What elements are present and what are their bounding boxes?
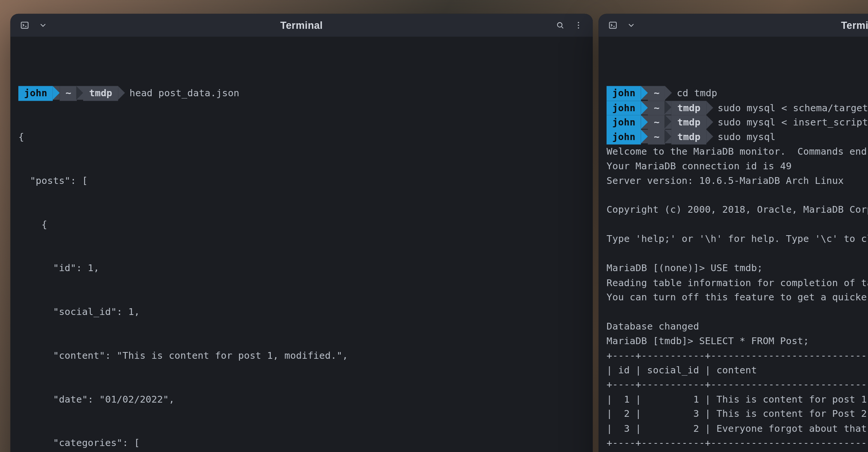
output-line: "id": 1, <box>18 261 585 276</box>
output-line: +----+-----------+----------------------… <box>607 377 868 392</box>
svg-rect-0 <box>21 22 28 28</box>
output-line: +----+-----------+----------------------… <box>607 348 868 363</box>
command-text: cd tmdp <box>672 88 717 99</box>
output-line: "date": "01/02/2022", <box>18 392 585 407</box>
output-line: Copyright (c) 2000, 2018, Oracle, MariaD… <box>607 203 868 217</box>
svg-point-3 <box>578 25 579 26</box>
output-line: Your MariaDB connection id is 49 <box>607 159 868 173</box>
titlebar-left[interactable]: Terminal <box>10 14 593 37</box>
output-line: Type 'help;' or '\h' for help. Type '\c'… <box>607 232 868 246</box>
prompt-home: ~ <box>648 115 665 130</box>
command-text: sudo mysql < schema/targeted_marketing.s… <box>713 102 868 113</box>
prompt-home: ~ <box>60 86 77 101</box>
terminal-body-right[interactable]: john~cd tmdpjohn~tmdpsudo mysql < schema… <box>598 37 868 452</box>
window-title: Terminal <box>640 19 868 31</box>
terminal-window-left: Terminal john~tmdphead post_data.json { … <box>10 14 593 452</box>
output-line: +----+-----------+----------------------… <box>607 436 868 451</box>
terminal-window-right: Terminal john~cd tm <box>598 14 868 452</box>
new-tab-icon[interactable] <box>34 17 52 33</box>
search-icon[interactable] <box>552 17 569 33</box>
prompt-dir: tmdp <box>672 130 706 145</box>
prompt-line: john~cd tmdp <box>607 86 868 101</box>
output-line <box>607 188 868 203</box>
output-line: "social_id": 1, <box>18 304 585 319</box>
hamburger-menu-icon[interactable] <box>570 17 587 33</box>
svg-point-2 <box>578 22 579 23</box>
output-line: { <box>18 130 585 145</box>
terminal-icon[interactable] <box>16 17 33 33</box>
prompt-line: john~tmdpsudo mysql <box>607 130 868 145</box>
output-line: | id | social_id | content | date | <box>607 363 868 377</box>
output-line <box>607 246 868 261</box>
terminal-body-left[interactable]: john~tmdphead post_data.json { "posts": … <box>10 37 593 452</box>
prompt-line: john~tmdpsudo mysql < schema/targeted_ma… <box>607 101 868 115</box>
prompt-user: john <box>607 130 641 145</box>
prompt-dir: tmdp <box>672 101 706 115</box>
prompt-line: john~tmdpsudo mysql < insert_script.sql <box>607 115 868 130</box>
output-line: "content": "This is content for post 1, … <box>18 348 585 363</box>
titlebar-right[interactable]: Terminal <box>598 14 868 37</box>
table-row: | 1 | 1 | This is content for post 1, mo… <box>607 394 868 404</box>
command-text: head post_data.json <box>125 88 240 99</box>
output-line: MariaDB [tmdb]> SELECT * FROM Post; <box>607 334 868 348</box>
prompt-user: john <box>607 115 641 130</box>
output-line: Server version: 10.6.5-MariaDB Arch Linu… <box>607 173 868 188</box>
output-line <box>607 217 868 232</box>
prompt-dir: tmdp <box>84 86 118 101</box>
output-line: { <box>18 217 585 232</box>
svg-point-1 <box>558 22 562 27</box>
prompt-home: ~ <box>648 86 665 101</box>
output-line: Database changed <box>607 319 868 334</box>
table-row: | 2 | 3 | This is content for Post 2. Th… <box>607 408 868 419</box>
prompt-home: ~ <box>648 101 665 115</box>
svg-point-4 <box>578 27 579 28</box>
output-line: You can turn off this feature to get a q… <box>607 290 868 305</box>
output-line: Reading table information for completion… <box>607 276 868 290</box>
desktop: Terminal john~tmdphead post_data.json { … <box>0 0 868 452</box>
output-line: "posts": [ <box>18 173 585 188</box>
prompt-user: john <box>18 86 53 101</box>
prompt-home: ~ <box>648 130 665 145</box>
terminal-icon[interactable] <box>604 17 622 33</box>
output-line: | 2 | 3 | This is content for Post 2. Th… <box>607 407 868 421</box>
table-header: | id | social_id | content | date | <box>607 365 868 376</box>
new-tab-icon[interactable] <box>623 17 640 33</box>
window-title: Terminal <box>52 19 552 31</box>
output-line: | 3 | 2 | Everyone forgot about that ban… <box>607 421 868 436</box>
prompt-user: john <box>607 101 641 115</box>
command-text: sudo mysql <box>713 131 776 142</box>
output-line: MariaDB [(none)]> USE tmdb; <box>607 261 868 276</box>
output-line: 3 rows in set (0.000 sec) <box>607 450 868 452</box>
output-line <box>607 304 868 319</box>
command-text: sudo mysql < insert_script.sql <box>713 117 868 128</box>
prompt-line: john~tmdphead post_data.json <box>18 86 585 101</box>
table-row: | 3 | 2 | Everyone forgot about that ban… <box>607 423 868 434</box>
output-line: Welcome to the MariaDB monitor. Commands… <box>607 145 868 159</box>
prompt-user: john <box>607 86 641 101</box>
prompt-dir: tmdp <box>672 115 706 130</box>
output-line: "categories": [ <box>18 436 585 451</box>
svg-rect-5 <box>609 22 616 28</box>
output-line: | 1 | 1 | This is content for post 1, mo… <box>607 392 868 407</box>
